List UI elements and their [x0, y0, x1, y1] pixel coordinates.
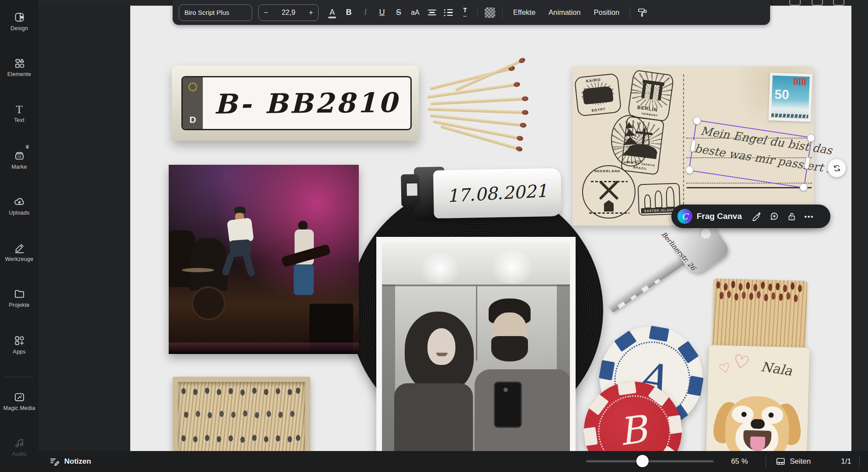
sidebar-item-audio[interactable]: Audio: [0, 437, 38, 457]
match-tip: [518, 57, 526, 64]
magic-media-icon: [14, 391, 25, 403]
text-case-icon: aA: [411, 9, 420, 17]
moai: [644, 194, 651, 209]
list-icon: [444, 9, 453, 16]
drummer-silhouette: [190, 238, 227, 291]
guitarist-jeans: [294, 264, 314, 295]
animation-button[interactable]: Animation: [542, 4, 587, 21]
sidebar-item-label: Elemente: [7, 71, 31, 77]
bold-icon: B: [346, 8, 352, 17]
delete-icon[interactable]: [833, 0, 844, 6]
elevator-door-seam: [476, 286, 477, 361]
brand-icon: co: [14, 150, 25, 162]
lighter-image[interactable]: 17.08.2021: [397, 165, 562, 224]
text-color-button[interactable]: A: [324, 4, 340, 21]
key-notch: [630, 295, 637, 300]
apps-icon: [14, 335, 25, 347]
text-case-button[interactable]: aA: [407, 4, 424, 21]
sidebar-item-projekte[interactable]: Projekte: [0, 288, 38, 308]
postage-stamp-art: 50: [771, 76, 809, 119]
license-plate-country: D: [189, 115, 196, 125]
stamp-nederland: NEDERLAND: [582, 165, 635, 219]
font-size-decrease-button[interactable]: −: [264, 9, 268, 17]
mat матchbox-gray-image[interactable]: [173, 377, 310, 451]
paint-roller-icon: [637, 7, 648, 18]
copy-style-button[interactable]: [634, 4, 651, 21]
sidebar-item-uploads[interactable]: Uploads: [0, 196, 38, 216]
pages-button[interactable]: Seiten: [775, 451, 811, 472]
underline-button[interactable]: U: [374, 4, 390, 21]
list-button[interactable]: [440, 4, 457, 21]
band-photo[interactable]: [169, 165, 359, 354]
sidebar-item-design[interactable]: Design: [0, 11, 38, 31]
italic-button[interactable]: I: [357, 4, 374, 21]
more-button[interactable]: •••: [800, 208, 818, 225]
poker-chip-red[interactable]: B: [578, 375, 688, 451]
sidebar-item-label: Werkzeuge: [5, 256, 34, 262]
transparency-button[interactable]: [482, 4, 498, 21]
matchbox-nala-image[interactable]: ♡ ♡ Nala: [706, 278, 811, 451]
lighter-body: 17.08.2021: [433, 168, 562, 219]
stamp-nederland-label: NEDERLAND: [594, 169, 620, 173]
artboard-canvas[interactable]: D B- BB2810 KAIRO EGYPT: [130, 6, 851, 451]
license-plate-eu-band: D: [183, 77, 203, 129]
sidebar-divider: [5, 377, 33, 377]
selfie-photo[interactable]: [376, 237, 576, 451]
sidebar-item-label: Marke: [11, 164, 27, 170]
match-heads-row: [184, 412, 188, 418]
bottom-bar-divider: [766, 456, 766, 467]
sidebar-item-text[interactable]: T Text: [0, 104, 38, 123]
ask-canva-label[interactable]: Frag Canva: [697, 212, 742, 221]
right-panel-strip: [851, 0, 868, 472]
sidebar-item-werkzeuge[interactable]: Werkzeuge: [0, 242, 38, 262]
effects-button[interactable]: Effekte: [507, 4, 542, 21]
toolbar-divider: [477, 7, 478, 18]
woman-top: [394, 383, 473, 451]
font-size-value[interactable]: 22,9: [281, 9, 295, 17]
key-notch: [641, 285, 649, 293]
letter-spacing-button[interactable]: T↔: [457, 4, 473, 21]
sidebar-item-marke[interactable]: ♛ co Marke: [0, 150, 38, 170]
ask-canva-toolbar: C Frag Canva •••: [671, 205, 830, 228]
unlock-icon: [787, 212, 797, 222]
sidebar-item-elemente[interactable]: Elemente: [0, 57, 38, 77]
lock-button[interactable]: [783, 208, 800, 225]
canva-logo-icon[interactable]: C: [677, 209, 692, 224]
text-align-button[interactable]: [424, 4, 440, 21]
matches-image[interactable]: [426, 71, 534, 144]
stage-front-glow: [169, 343, 359, 354]
duplicate-icon[interactable]: [812, 0, 823, 6]
text-icon: T: [16, 104, 22, 115]
letter-spacing-icon: T↔: [462, 7, 468, 18]
text-color-swatch: [328, 17, 336, 18]
stamp-berlin-sub: GERMANY: [642, 112, 658, 117]
dog-tongue: [750, 437, 765, 451]
man-jacket: [475, 369, 570, 451]
license-plate-image[interactable]: D B- BB2810: [172, 66, 419, 141]
italic-icon: I: [364, 8, 367, 17]
rotate-button[interactable]: [827, 159, 846, 177]
notes-button[interactable]: Notizen: [49, 451, 91, 472]
sidebar-item-magic-media[interactable]: Magic Media: [0, 391, 38, 411]
license-plate-face: D B- BB2810: [181, 76, 412, 130]
sidebar-item-apps[interactable]: Apps: [0, 335, 38, 355]
bold-button[interactable]: B: [340, 4, 357, 21]
zoom-slider-track[interactable]: [586, 460, 714, 462]
strikethrough-button[interactable]: S: [390, 4, 407, 21]
canva-editor: D B- BB2810 KAIRO EGYPT: [0, 0, 868, 472]
moai: [666, 187, 675, 208]
ceiling-light: [486, 251, 538, 284]
font-family-select[interactable]: Biro Script Plus: [179, 4, 252, 21]
postage-stamp-mark: [794, 78, 807, 85]
comment-button[interactable]: [765, 208, 783, 225]
position-button[interactable]: Position: [587, 4, 626, 21]
magic-edit-button[interactable]: [748, 208, 765, 225]
postage-stamp-value: 50: [774, 87, 790, 102]
font-size-increase-button[interactable]: +: [309, 9, 313, 17]
transparency-icon: [485, 7, 495, 18]
zoom-slider-thumb[interactable]: [636, 455, 649, 467]
stamp-berlin: BERLIN GERMANY: [627, 69, 674, 122]
sidebar-item-label: Design: [10, 25, 28, 31]
lock-icon[interactable]: [789, 0, 801, 6]
align-center-icon: [428, 10, 436, 16]
